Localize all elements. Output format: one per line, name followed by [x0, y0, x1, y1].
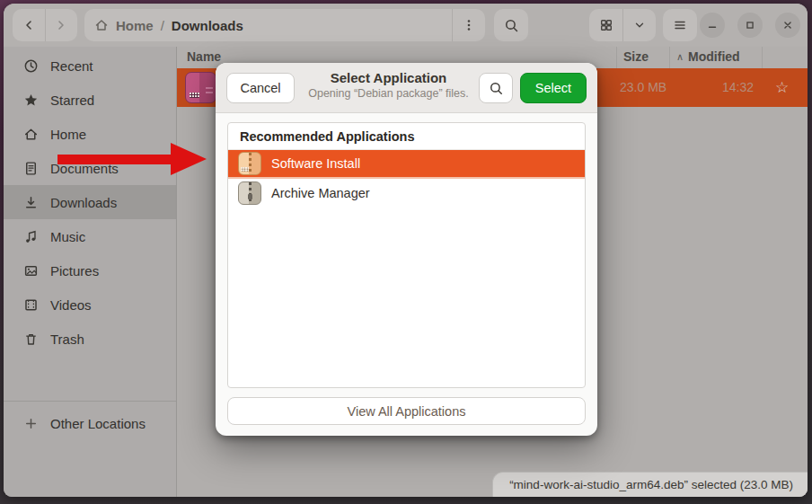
- sidebar-item-label: Videos: [50, 297, 92, 313]
- sidebar: Recent Starred Home Documents: [4, 47, 177, 497]
- sidebar-item-label: Trash: [50, 332, 84, 347]
- chevron-right-icon: [54, 18, 68, 32]
- maximize-button[interactable]: [737, 13, 763, 38]
- home-icon: [93, 18, 109, 33]
- close-icon: [781, 19, 794, 31]
- file-size: 23.0 MB: [620, 80, 666, 94]
- column-divider: [616, 47, 617, 68]
- annotation-arrow: [49, 135, 215, 184]
- sidebar-divider: [4, 401, 176, 402]
- trash-icon: [23, 332, 39, 347]
- music-note-icon: [23, 229, 39, 244]
- search-icon: [504, 18, 519, 33]
- sidebar-item-starred[interactable]: Starred: [4, 83, 176, 117]
- select-application-dialog: Cancel Select Application Opening “Debia…: [216, 63, 597, 436]
- sidebar-item-trash[interactable]: Trash: [4, 322, 176, 356]
- star-outline-icon[interactable]: ☆: [775, 78, 789, 97]
- status-bar: “mind-work-ai-studio_arm64.deb” selected…: [492, 472, 808, 497]
- sidebar-item-videos[interactable]: Videos: [4, 287, 176, 322]
- sidebar-item-music[interactable]: Music: [4, 219, 176, 253]
- main-menu-button[interactable]: [663, 9, 697, 41]
- search-button[interactable]: [494, 9, 528, 41]
- sidebar-item-other-locations[interactable]: Other Locations: [4, 406, 176, 440]
- dialog-title-block: Select Application Opening “Debian packa…: [305, 70, 472, 100]
- home-icon: [23, 127, 39, 142]
- back-button[interactable]: [13, 9, 45, 41]
- view-all-applications-button[interactable]: View All Applications: [227, 397, 586, 425]
- film-icon: [23, 297, 39, 313]
- document-icon: [23, 161, 39, 176]
- view-options-button[interactable]: [623, 9, 656, 41]
- sidebar-item-downloads[interactable]: Downloads: [4, 185, 176, 219]
- chevron-left-icon: [22, 18, 36, 32]
- minimize-icon: [706, 19, 719, 31]
- sidebar-item-label: Music: [50, 229, 85, 244]
- column-header-modified[interactable]: ∧ Modified: [676, 49, 740, 64]
- sidebar-item-label: Recent: [50, 58, 93, 74]
- hamburger-menu-icon: [673, 18, 687, 32]
- breadcrumb-home[interactable]: Home: [116, 18, 154, 33]
- sidebar-item-pictures[interactable]: Pictures: [4, 253, 176, 287]
- view-toggle-group: [589, 9, 656, 41]
- header-bar: Home / Downloads: [4, 4, 808, 48]
- grid-view-icon: [599, 18, 613, 32]
- path-bar[interactable]: Home / Downloads: [84, 9, 485, 41]
- kebab-menu-icon: [462, 18, 476, 32]
- sidebar-item-recent[interactable]: Recent: [4, 49, 176, 83]
- breadcrumb-current[interactable]: Downloads: [172, 18, 243, 33]
- breadcrumb-separator: /: [161, 18, 164, 33]
- chevron-down-icon: [633, 19, 646, 31]
- grid-view-button[interactable]: [590, 9, 622, 41]
- path-menu-button[interactable]: [452, 9, 476, 41]
- file-modified-time: 14:32: [722, 80, 754, 94]
- sidebar-item-label: Other Locations: [50, 416, 146, 431]
- recommended-applications-header: Recommended Applications: [228, 123, 585, 150]
- desktop-background: Home / Downloads: [0, 0, 812, 504]
- picture-icon: [23, 263, 39, 279]
- app-row-archive-manager[interactable]: Archive Manager: [228, 179, 585, 208]
- star-icon: [23, 93, 39, 108]
- files-window: Home / Downloads: [4, 4, 808, 497]
- close-button[interactable]: [775, 13, 800, 38]
- sidebar-item-label: Downloads: [50, 195, 117, 210]
- cancel-button[interactable]: Cancel: [226, 73, 295, 103]
- sidebar-item-label: Starred: [50, 93, 94, 108]
- column-divider: [762, 47, 763, 68]
- maximize-icon: [744, 19, 756, 31]
- plus-icon: [23, 416, 39, 431]
- app-name: Software Install: [271, 156, 360, 171]
- download-icon: [23, 195, 39, 210]
- search-icon: [489, 81, 504, 96]
- minimize-button[interactable]: [700, 13, 725, 38]
- deb-package-icon: [185, 72, 216, 103]
- app-row-software-install[interactable]: Software Install: [228, 150, 585, 179]
- column-header-size[interactable]: Size: [623, 49, 649, 64]
- application-list: Recommended Applications Software Instal…: [227, 122, 586, 388]
- software-install-icon: [238, 152, 261, 175]
- dialog-title: Select Application: [305, 70, 472, 85]
- column-divider: [669, 47, 670, 68]
- column-header-name[interactable]: Name: [187, 49, 221, 64]
- breadcrumb: Home / Downloads: [93, 18, 243, 33]
- dialog-search-button[interactable]: [479, 73, 513, 103]
- app-name: Archive Manager: [271, 186, 370, 200]
- selection-status-text: “mind-work-ai-studio_arm64.deb” selected…: [509, 478, 793, 491]
- archive-manager-icon: [238, 181, 261, 205]
- select-button[interactable]: Select: [520, 73, 587, 103]
- dialog-header: Cancel Select Application Opening “Debia…: [216, 63, 597, 113]
- dialog-subtitle: Opening “Debian package” files.: [305, 87, 472, 100]
- sort-ascending-icon: ∧: [676, 51, 684, 63]
- forward-button[interactable]: [45, 9, 77, 41]
- clock-icon: [23, 58, 39, 74]
- sidebar-item-label: Pictures: [50, 263, 99, 279]
- nav-button-group: [13, 9, 77, 41]
